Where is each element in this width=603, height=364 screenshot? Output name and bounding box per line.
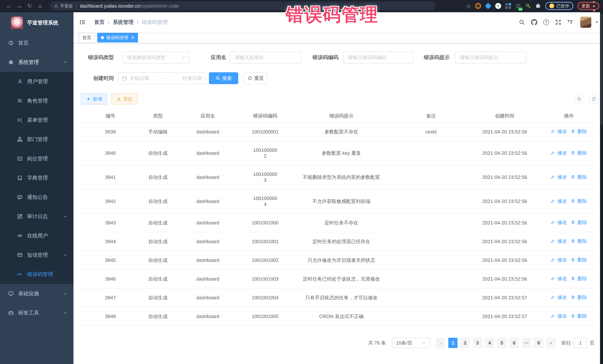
sidebar-item-label: 在线用户: [27, 232, 48, 239]
sidebar-item-短信管理[interactable]: 短信管理: [0, 245, 73, 265]
delete-link[interactable]: 删除: [571, 294, 587, 300]
page-button-3[interactable]: 3: [473, 338, 482, 348]
edit-link[interactable]: 修改: [551, 276, 567, 282]
browser-update-chip[interactable]: 更新 ●●●: [577, 2, 599, 10]
font-size-icon[interactable]: TT: [567, 19, 573, 25]
row-create-time: 2021-04-20 23:52:56: [468, 269, 542, 288]
edit-link[interactable]: 修改: [551, 128, 567, 134]
help-icon[interactable]: ?: [543, 19, 549, 25]
page-button-1[interactable]: 1: [448, 338, 458, 348]
vue-devtools-icon[interactable]: V: [495, 3, 501, 9]
delete-link[interactable]: 删除: [571, 313, 587, 319]
edit-link[interactable]: 修改: [551, 294, 567, 300]
delete-link[interactable]: 删除: [571, 220, 587, 225]
bookmark-star-icon[interactable]: ☆: [466, 3, 471, 9]
browser-back-icon[interactable]: ←: [4, 0, 14, 12]
extension-blue-diamond-icon[interactable]: [485, 3, 491, 9]
sidebar-item-label: 部门管理: [27, 136, 48, 143]
error-type-select[interactable]: 请选择错误码类型: [123, 52, 190, 63]
sidebar-item-字典管理[interactable]: 字典管理: [0, 168, 73, 188]
page-button-5[interactable]: 5: [497, 338, 507, 348]
edit-link[interactable]: 修改: [551, 174, 567, 180]
delete-link[interactable]: 删除: [571, 150, 587, 156]
search-button[interactable]: 搜索: [209, 72, 238, 84]
extension-orange-ring-icon[interactable]: [475, 3, 481, 9]
pager-more-icon[interactable]: ···: [522, 338, 531, 348]
reset-button[interactable]: 重置: [244, 72, 267, 84]
profile-paused-chip[interactable]: 已暂停: [545, 2, 573, 10]
close-tab-icon[interactable]: ✕: [131, 36, 134, 40]
edit-link[interactable]: 修改: [551, 220, 567, 225]
search-icon[interactable]: [519, 19, 525, 25]
column-header: 类型: [142, 110, 174, 122]
sidebar-item-审计日志[interactable]: 审计日志: [0, 207, 73, 226]
next-page-button[interactable]: ›: [546, 338, 556, 348]
sidebar-item-菜单管理[interactable]: 菜单管理: [0, 110, 73, 130]
error-code-input[interactable]: [343, 52, 414, 63]
caret-down-icon[interactable]: ▾: [596, 20, 598, 25]
page-button-2[interactable]: 2: [461, 338, 470, 348]
sidebar-item-首页[interactable]: 首页: [0, 33, 73, 53]
edit-link[interactable]: 修改: [551, 313, 567, 319]
edit-label: 修改: [557, 150, 567, 156]
extensions-puzzle-icon[interactable]: [535, 3, 541, 9]
error-msg-input[interactable]: [455, 52, 526, 63]
browser-menu-icon[interactable]: ●●●: [593, 0, 595, 12]
sidebar-item-研发工具[interactable]: 研发工具: [0, 303, 73, 322]
sidebar-item-用户管理[interactable]: 用户管理: [0, 72, 73, 91]
sidebar-item-在线用户[interactable]: 在线用户: [0, 226, 73, 245]
refresh-button[interactable]: [589, 94, 599, 104]
sidebar-item-错误码管理[interactable]: </>错误码管理: [0, 265, 73, 284]
delete-link[interactable]: 删除: [571, 174, 587, 180]
edit-link[interactable]: 修改: [551, 198, 567, 204]
browser-forward-icon[interactable]: →: [14, 0, 24, 12]
toggle-search-button[interactable]: [574, 94, 584, 104]
browser-home-icon[interactable]: ⌂: [35, 0, 45, 12]
table-row: 3943自动生成dashboard1001001000定时任务不存在2021-0…: [79, 213, 596, 232]
app-window: 芋道管理系统 首页系统管理用户管理角色管理菜单管理部门管理岗位管理字典管理通知公…: [0, 12, 603, 364]
delete-link[interactable]: 删除: [571, 128, 587, 134]
add-button[interactable]: 新增: [81, 93, 107, 105]
page-button-8[interactable]: 8: [534, 338, 543, 348]
export-button[interactable]: 导出: [111, 93, 138, 105]
sidebar-item-角色管理[interactable]: 角色管理: [0, 91, 73, 110]
paused-label: 已暂停: [557, 3, 569, 9]
breadcrumb-home[interactable]: 首页: [94, 19, 105, 26]
delete-link[interactable]: 删除: [571, 276, 587, 282]
fullscreen-icon[interactable]: [555, 19, 561, 25]
sidebar-item-系统管理[interactable]: 系统管理: [0, 53, 73, 72]
page-button-6[interactable]: 6: [510, 338, 519, 348]
prev-page-button[interactable]: ‹: [436, 338, 445, 348]
sidebar-item-基础设施[interactable]: 基础设施: [0, 284, 73, 303]
page-button-4[interactable]: 4: [485, 338, 494, 348]
breadcrumb-system[interactable]: 系统管理: [113, 19, 134, 26]
error-code-table: 编号类型应用名错误码编码错误码提示备注创建时间操作 3939手动编辑dashbo…: [79, 110, 596, 326]
sidebar-item-岗位管理[interactable]: 岗位管理: [0, 149, 73, 168]
sidebar-fold-icon[interactable]: [73, 19, 91, 25]
sidebar-item-通知公告[interactable]: 通知公告: [0, 188, 73, 207]
app-logo-row[interactable]: 芋道管理系统: [0, 12, 73, 33]
edit-link[interactable]: 修改: [551, 257, 567, 263]
edit-link[interactable]: 修改: [551, 150, 567, 156]
edit-link[interactable]: 修改: [551, 238, 567, 244]
github-icon[interactable]: [531, 19, 537, 25]
page-size-select[interactable]: 10条/页: [392, 338, 430, 348]
window-scrollbar[interactable]: [600, 12, 603, 364]
tab-home[interactable]: 首页: [79, 33, 95, 43]
sidebar-item-部门管理[interactable]: 部门管理: [0, 130, 73, 149]
date-range-picker[interactable]: 开始日期 - 结束日期: [118, 72, 206, 84]
tampermonkey-icon[interactable]: on: [515, 3, 521, 9]
delete-link[interactable]: 删除: [571, 238, 587, 244]
avatar[interactable]: [580, 17, 591, 28]
app-name-input[interactable]: [230, 52, 302, 63]
row-remark: [394, 189, 468, 213]
extension-key-icon[interactable]: [525, 3, 531, 9]
browser-reload-icon[interactable]: ↻: [24, 0, 35, 12]
delete-link[interactable]: 删除: [571, 257, 587, 263]
tab-error-code[interactable]: 错误码管理 ✕: [97, 33, 138, 43]
extension-grid-icon[interactable]: [505, 3, 511, 9]
row-create-time: 2021-04-20 23:52:56: [468, 251, 542, 269]
row-app: dashboard: [174, 141, 242, 165]
delete-link[interactable]: 删除: [571, 198, 587, 204]
goto-page-input[interactable]: [574, 338, 587, 348]
